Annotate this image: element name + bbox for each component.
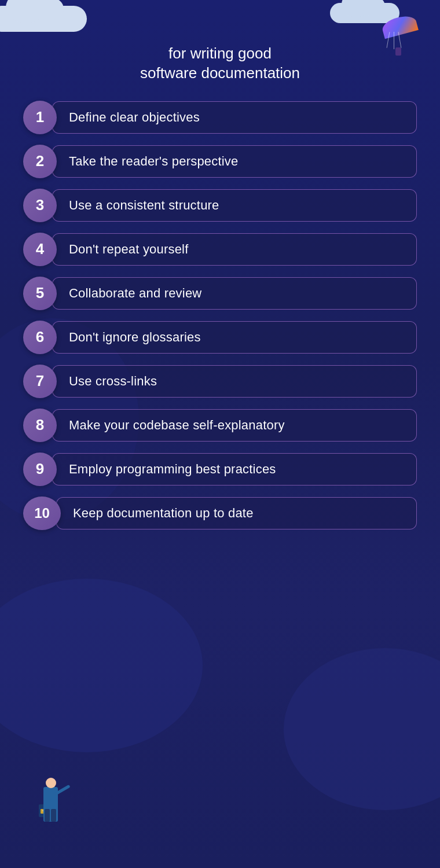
- number-badge-5: 5: [23, 277, 57, 310]
- item-label-10: Keep documentation up to date: [56, 497, 417, 529]
- number-badge-2: 2: [23, 145, 57, 178]
- list-item: 10Keep documentation up to date: [23, 496, 417, 530]
- person-illustration: ^: [32, 746, 78, 822]
- list-item: 6Don't ignore glossaries: [23, 321, 417, 354]
- item-label-4: Don't repeat yourself: [52, 233, 417, 266]
- list-item: 9Employ programming best practices: [23, 453, 417, 486]
- list-item: 3Use a consistent structure: [23, 189, 417, 222]
- item-label-2: Take the reader's perspective: [52, 145, 417, 178]
- item-label-1: Define clear objectives: [52, 101, 417, 134]
- number-badge-8: 8: [23, 409, 57, 442]
- sub-title: for writing goodsoftware documentation: [140, 44, 300, 83]
- item-label-7: Use cross-links: [52, 365, 417, 398]
- list-item: 5Collaborate and review: [23, 277, 417, 310]
- bg-wave-1: [0, 579, 203, 752]
- number-badge-3: 3: [23, 189, 57, 222]
- number-badge-9: 9: [23, 453, 57, 486]
- number-badge-10: 10: [23, 496, 61, 530]
- practices-list: 1Define clear objectives2Take the reader…: [23, 101, 417, 530]
- item-label-6: Don't ignore glossaries: [52, 321, 417, 354]
- list-item: 4Don't repeat yourself: [23, 233, 417, 266]
- item-label-9: Employ programming best practices: [52, 453, 417, 486]
- bg-wave-2: [284, 648, 440, 810]
- item-label-8: Make your codebase self-explanatory: [52, 409, 417, 442]
- list-item: 2Take the reader's perspective: [23, 145, 417, 178]
- list-item: 1Define clear objectives: [23, 101, 417, 134]
- list-item: 8Make your codebase self-explanatory: [23, 409, 417, 442]
- number-badge-4: 4: [23, 233, 57, 266]
- list-item: 7Use cross-links: [23, 365, 417, 398]
- item-label-3: Use a consistent structure: [52, 189, 417, 222]
- number-badge-6: 6: [23, 321, 57, 354]
- number-badge-7: 7: [23, 365, 57, 398]
- item-label-5: Collaborate and review: [52, 277, 417, 310]
- number-badge-1: 1: [23, 101, 57, 134]
- main-content: for writing goodsoftware documentation 1…: [0, 0, 440, 542]
